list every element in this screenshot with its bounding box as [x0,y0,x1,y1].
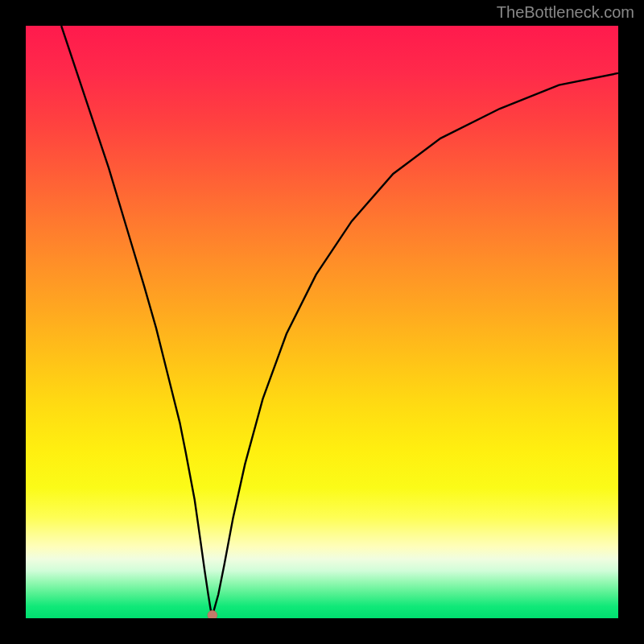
chart-plot-area [26,26,618,618]
chart-svg [26,26,618,618]
watermark-text: TheBottleneck.com [497,3,634,22]
bottleneck-curve [61,26,618,615]
marker-dot [208,610,217,618]
